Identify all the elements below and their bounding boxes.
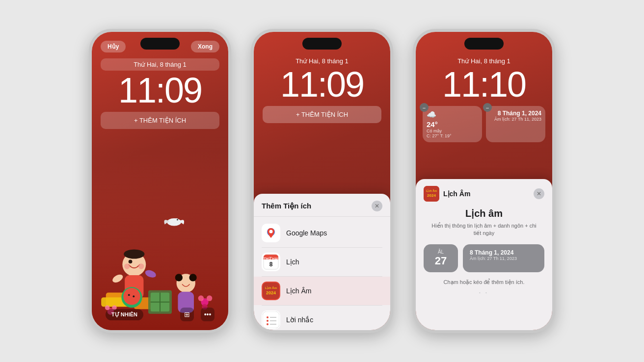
calendar-label: Lịch	[286, 258, 299, 266]
licham-icon: Lịch Âm 2024	[262, 282, 280, 300]
phone3-content: Thứ Hai, 8 tháng 1 11:10 – ☁️ 24° Có mây…	[416, 57, 552, 333]
preview-small-num: 27	[429, 255, 452, 267]
svg-point-28	[198, 295, 204, 301]
illustration	[92, 144, 228, 330]
calendar-widget-remove[interactable]: –	[483, 103, 492, 112]
detail-app-name: Lịch Âm	[443, 190, 470, 198]
calendar-date: 8 Tháng 1, 2024	[490, 110, 541, 117]
svg-text:8: 8	[269, 261, 273, 268]
weather-icon: ☁️	[427, 110, 478, 119]
svg-point-11	[124, 263, 130, 269]
phone1-bottom-bar: TỰ NHIÊN ⊞ •••	[92, 308, 228, 321]
preview-large-widget: 8 Tháng 1, 2024 Âm lịch: 27 Th 11, 2023	[463, 244, 544, 272]
svg-point-22	[177, 219, 178, 220]
dynamic-island-1	[140, 38, 180, 50]
detail-page-dots: • •	[416, 290, 552, 295]
popup-list: Google Maps THỨ HAI 8 Lịch	[254, 217, 390, 333]
more-options-icon[interactable]: •••	[201, 308, 215, 321]
svg-text:Lịch Âm: Lịch Âm	[265, 286, 277, 290]
list-item-googlemaps[interactable]: Google Maps	[254, 219, 390, 247]
widget-row: – ☁️ 24° Có mây C: 27° T: 19° – 8 Tháng …	[423, 106, 545, 142]
reminders-icon	[262, 310, 280, 329]
detail-title: Lịch âm	[416, 207, 552, 219]
detail-app-icon: Lịch Âm 2024	[424, 186, 439, 202]
detail-header: Lịch Âm 2024 Lịch Âm ✕	[416, 179, 552, 206]
detail-app-info: Lịch Âm 2024 Lịch Âm	[424, 186, 470, 202]
detail-description: Hiển thị thông tin lịch âm + danh ngôn +…	[416, 222, 552, 237]
phone2-time: 11:09	[254, 67, 390, 102]
wallpaper-icon[interactable]: ⊞	[180, 308, 194, 321]
svg-point-20	[167, 218, 181, 226]
svg-point-47	[267, 320, 268, 322]
done-button[interactable]: Xong	[191, 41, 219, 52]
svg-point-24	[175, 274, 183, 281]
add-widget-popup: Thêm Tiện ích ✕ Google Maps	[254, 194, 390, 333]
phone1-date-box: Thứ Hai, 8 tháng 1	[101, 58, 219, 71]
svg-point-45	[267, 316, 268, 318]
dynamic-island-2	[302, 38, 342, 50]
nature-badge: TỰ NHIÊN	[106, 309, 143, 320]
popup-title: Thêm Tiện ích	[262, 202, 311, 210]
svg-point-49	[267, 323, 268, 325]
licham-label: Lịch Âm	[286, 287, 311, 295]
list-item-licham[interactable]: Lịch Âm 2024 Lịch Âm	[254, 277, 390, 305]
detail-hint: Chạm hoặc kéo để thêm tiện ích.	[416, 279, 552, 285]
phone1-content: Hủy Xong Thứ Hai, 8 tháng 1 11:09 + THÊM…	[92, 32, 228, 330]
svg-rect-44	[263, 311, 279, 328]
googlemaps-icon	[262, 224, 280, 242]
svg-text:2024: 2024	[266, 290, 276, 295]
svg-text:2024: 2024	[427, 193, 436, 198]
svg-point-18	[128, 294, 130, 296]
calendar-widget: – 8 Tháng 1, 2024 Âm lịch: 27 Th 11, 202…	[486, 106, 545, 142]
weather-desc: Có mây	[427, 129, 478, 133]
phone-2: Thứ Hai, 8 tháng 1 11:09 + THÊM TIỆN ÍCH…	[251, 29, 393, 333]
weather-temp: 24°	[427, 120, 478, 129]
phone3-date: Thứ Hai, 8 tháng 1	[416, 57, 552, 65]
add-widget-label-1: + THÊM TIỆN ÍCH	[134, 117, 186, 124]
preview-small-label: ÂL	[429, 249, 452, 255]
weather-widget: – ☁️ 24° Có mây C: 27° T: 19°	[423, 106, 482, 142]
phone1-date: Thứ Hai, 8 tháng 1	[134, 61, 187, 68]
add-widget-label-2: + THÊM TIỆN ÍCH	[296, 111, 348, 118]
list-item-calendar[interactable]: THỨ HAI 8 Lịch	[254, 248, 390, 276]
cancel-button[interactable]: Hủy	[101, 41, 126, 52]
weather-range: C: 27° T: 19°	[427, 133, 478, 138]
calendar-lunar: Âm lịch: 27 Th 11, 2023	[490, 117, 541, 122]
svg-point-9	[124, 249, 144, 259]
weather-widget-remove[interactable]: –	[420, 103, 429, 112]
add-widget-button-1[interactable]: + THÊM TIỆN ÍCH	[101, 112, 219, 129]
svg-text:Lịch Âm: Lịch Âm	[426, 189, 437, 193]
svg-point-29	[207, 295, 213, 301]
phone-1: Hủy Xong Thứ Hai, 8 tháng 1 11:09 + THÊM…	[89, 29, 231, 333]
detail-widget-preview: ÂL 27 8 Tháng 1, 2024 Âm lịch: 27 Th 11,…	[424, 244, 544, 272]
bottom-icons: ⊞ •••	[180, 308, 215, 321]
list-item-reminders[interactable]: Lời nhắc	[254, 306, 390, 333]
popup-header: Thêm Tiện ích ✕	[254, 194, 390, 217]
reminders-label: Lời nhắc	[286, 316, 313, 324]
googlemaps-label: Google Maps	[286, 229, 327, 237]
svg-point-10	[129, 259, 133, 263]
preview-large-date: 8 Tháng 1, 2024	[470, 249, 537, 256]
phone1-time: 11:09	[92, 73, 228, 108]
svg-text:THỨ HAI: THỨ HAI	[264, 257, 278, 260]
dynamic-island-3	[464, 38, 504, 50]
phone3-time: 11:10	[416, 67, 552, 102]
illustration-svg	[92, 152, 228, 330]
add-widget-button-2[interactable]: + THÊM TIỆN ÍCH	[263, 106, 381, 123]
phone-3: Thứ Hai, 8 tháng 1 11:10 – ☁️ 24° Có mây…	[413, 29, 555, 333]
svg-point-25	[189, 274, 196, 281]
phone2-date: Thứ Hai, 8 tháng 1	[254, 57, 390, 65]
licham-detail-popup: Lịch Âm 2024 Lịch Âm ✕ Lịch âm Hiển thị …	[416, 179, 552, 333]
preview-large-lunar: Âm lịch: 27 Th 11, 2023	[470, 256, 537, 261]
svg-point-35	[269, 230, 273, 233]
popup-close-button[interactable]: ✕	[372, 201, 382, 211]
svg-point-19	[133, 295, 134, 297]
svg-point-17	[123, 288, 140, 305]
svg-point-12	[138, 263, 144, 269]
phone2-content: Thứ Hai, 8 tháng 1 11:09 + THÊM TIỆN ÍCH…	[254, 57, 390, 333]
calendar-icon: THỨ HAI 8	[262, 253, 280, 271]
detail-close-button[interactable]: ✕	[534, 188, 544, 199]
preview-small-widget: ÂL 27	[424, 244, 458, 272]
